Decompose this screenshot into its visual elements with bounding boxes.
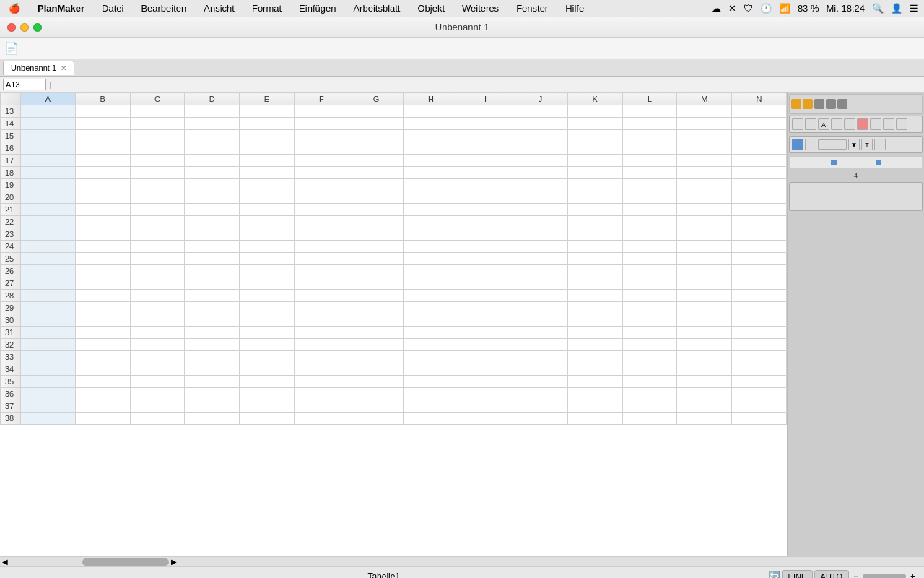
cell-D35[interactable] [185,376,240,388]
cell-D24[interactable] [185,241,240,253]
cell-I26[interactable] [458,265,513,277]
cell-K32[interactable] [567,339,622,351]
cell-G31[interactable] [349,327,404,339]
cell-L19[interactable] [622,179,677,191]
cell-J34[interactable] [513,363,568,376]
cell-J37[interactable] [513,400,568,413]
cell-K37[interactable] [567,400,622,413]
cell-M19[interactable] [677,179,732,191]
cell-N15[interactable] [732,130,787,142]
cell-G29[interactable] [349,302,404,314]
cell-L31[interactable] [622,327,677,339]
cell-H18[interactable] [404,167,458,179]
row-number[interactable]: 20 [1,191,21,204]
cell-D32[interactable] [185,339,240,351]
cell-D15[interactable] [185,130,240,142]
cell-G21[interactable] [349,204,404,216]
cell-N14[interactable] [732,118,787,130]
cell-L36[interactable] [622,388,677,400]
cell-J24[interactable] [513,241,568,253]
cell-K19[interactable] [567,179,622,191]
cell-B13[interactable] [75,105,130,118]
cell-G25[interactable] [349,253,404,265]
cell-G38[interactable] [349,413,404,425]
cell-A34[interactable] [21,363,76,376]
cell-D31[interactable] [185,327,240,339]
row-number[interactable]: 23 [1,228,21,241]
cell-G34[interactable] [349,363,404,376]
cell-F31[interactable] [294,327,349,339]
cell-N17[interactable] [732,155,787,167]
cell-K34[interactable] [567,363,622,376]
cell-M13[interactable] [677,105,732,118]
cell-G15[interactable] [349,130,404,142]
cell-J23[interactable] [513,228,568,241]
cell-M23[interactable] [677,228,732,241]
minimize-button[interactable] [20,23,29,32]
cell-N16[interactable] [732,142,787,155]
cell-A29[interactable] [21,302,76,314]
corner-cell[interactable] [1,93,21,105]
menu-datei[interactable]: Datei [99,1,126,15]
cell-E27[interactable] [240,277,295,290]
cell-L38[interactable] [622,413,677,425]
cell-M34[interactable] [677,363,732,376]
horizontal-scrollbar[interactable]: ◀ ▶ [0,556,924,566]
row-number[interactable]: 30 [1,314,21,327]
cell-G20[interactable] [349,191,404,204]
cell-E14[interactable] [240,118,295,130]
cell-B33[interactable] [75,351,130,363]
cell-H38[interactable] [404,413,458,425]
cell-K36[interactable] [567,388,622,400]
cell-E19[interactable] [240,179,295,191]
cell-K13[interactable] [567,105,622,118]
cell-N30[interactable] [732,314,787,327]
cell-L27[interactable] [622,277,677,290]
cell-H33[interactable] [404,351,458,363]
row-number[interactable]: 36 [1,388,21,400]
cell-D22[interactable] [185,216,240,228]
menu-bearbeiten[interactable]: Bearbeiten [138,1,189,15]
cell-C26[interactable] [130,265,185,277]
cell-B20[interactable] [75,191,130,204]
cell-B19[interactable] [75,179,130,191]
cell-C25[interactable] [130,253,185,265]
cell-E16[interactable] [240,142,295,155]
cell-I20[interactable] [458,191,513,204]
cell-B29[interactable] [75,302,130,314]
cell-C15[interactable] [130,130,185,142]
row-number[interactable]: 22 [1,216,21,228]
cell-E31[interactable] [240,327,295,339]
cell-N34[interactable] [732,363,787,376]
cell-C13[interactable] [130,105,185,118]
cell-D19[interactable] [185,179,240,191]
row-number[interactable]: 37 [1,400,21,413]
cell-C19[interactable] [130,179,185,191]
cell-G22[interactable] [349,216,404,228]
cell-L21[interactable] [622,204,677,216]
cell-J32[interactable] [513,339,568,351]
cell-K33[interactable] [567,351,622,363]
cell-F17[interactable] [294,155,349,167]
cell-A19[interactable] [21,179,76,191]
cell-H37[interactable] [404,400,458,413]
cell-D28[interactable] [185,290,240,302]
cell-M16[interactable] [677,142,732,155]
cell-A23[interactable] [21,228,76,241]
cell-E23[interactable] [240,228,295,241]
cell-G33[interactable] [349,351,404,363]
refresh-icon[interactable]: 🔄 [768,571,780,579]
col-header-L[interactable]: L [622,93,677,105]
cell-M38[interactable] [677,413,732,425]
cell-L35[interactable] [622,376,677,388]
cell-J15[interactable] [513,130,568,142]
cell-B28[interactable] [75,290,130,302]
cell-N37[interactable] [732,400,787,413]
cell-H20[interactable] [404,191,458,204]
cell-C31[interactable] [130,327,185,339]
cell-M35[interactable] [677,376,732,388]
cell-reference-input[interactable] [3,79,46,90]
cell-D30[interactable] [185,314,240,327]
cell-K38[interactable] [567,413,622,425]
cell-M20[interactable] [677,191,732,204]
